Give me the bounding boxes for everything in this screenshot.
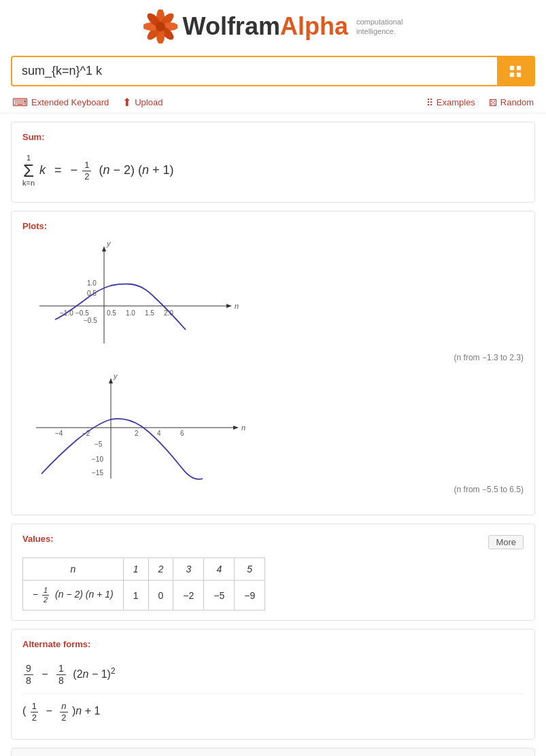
svg-text:−15: −15 [92,469,103,477]
extended-keyboard-label: Extended Keyboard [31,97,109,107]
alt-form-2: ( 1 2 − n 2 )n + 1 [22,694,524,729]
val-5: −9 [235,581,265,611]
val-3: −2 [173,581,204,611]
table-data-row: − 1 2 (n − 2) (n + 1) 1 0 −2 −5 −9 [23,581,265,611]
svg-text:n: n [241,424,245,432]
examples-icon: ⠿ [426,97,433,108]
alternate-forms-section: Alternate forms: 9 8 − 1 8 (2n − 1)2 ( 1… [11,629,535,740]
random-button[interactable]: ⚄ Random [489,97,534,108]
toolbar-right: ⠿ Examples ⚄ Random [426,97,534,108]
expanded-form-section: Expanded form: − n2 2 + n 2 + 1 [11,748,535,756]
wolfram-logo-icon [143,10,177,44]
col-header-5: 5 [235,558,265,581]
col-header-1: 1 [123,558,148,581]
svg-rect-11 [510,72,514,76]
plot1-caption: (n from −1.3 to 2.3) [22,353,524,362]
plot1-container: n y −1.0 −0.5 0.5 1.0 1.5 2.0 1.0 0.5 −0… [22,238,524,362]
upload-button[interactable]: ⬆ Upload [122,96,163,109]
keyboard-icon: ⌨ [12,96,28,109]
svg-marker-16 [102,246,106,252]
svg-text:y: y [113,373,118,380]
plot1: n y −1.0 −0.5 0.5 1.0 1.5 2.0 1.0 0.5 −0… [22,238,288,350]
svg-marker-15 [226,304,232,308]
val-1: 1 [123,581,148,611]
main-content: Sum: 1 Σ k=n k = − 1 2 (n − 2) (n + 1) P… [0,122,546,756]
val-2: 0 [148,581,173,611]
col-header-2: 2 [148,558,173,581]
sum-formula: 1 Σ k=n k = − 1 2 (n − 2) (n + 1) [22,149,524,192]
search-bar [11,56,535,86]
svg-text:−0.5: −0.5 [84,317,97,324]
alt-form-1: 9 8 − 1 8 (2n − 1)2 [22,656,524,694]
random-label: Random [500,97,534,107]
svg-text:−4: −4 [55,430,63,437]
plot2-container: n y −4 −2 2 4 6 −5 −10 −15 (n from −5.5 … [22,373,524,494]
svg-text:4: 4 [157,430,161,437]
plot2-caption: (n from −5.5 to 6.5) [22,485,524,494]
svg-text:y: y [106,239,112,247]
svg-text:0.5: 0.5 [87,290,97,297]
upload-icon: ⬆ [122,96,131,109]
search-input[interactable] [12,57,497,85]
svg-text:2: 2 [135,430,139,437]
svg-text:−5: −5 [95,441,103,448]
extended-keyboard-button[interactable]: ⌨ Extended Keyboard [12,96,109,109]
logo: WolframAlpha computationalintelligence. [143,10,403,44]
svg-text:6: 6 [180,430,184,437]
values-header: Values: More [22,534,524,551]
sum-label: Sum: [22,132,524,142]
svg-marker-30 [233,426,239,430]
val-4: −5 [204,581,235,611]
plots-section: Plots: n y −1.0 −0.5 0.5 1.0 1.5 [11,211,535,515]
svg-rect-12 [517,72,521,76]
svg-text:−0.5: −0.5 [75,309,89,317]
svg-rect-9 [510,65,514,69]
examples-button[interactable]: ⠿ Examples [426,97,475,108]
sum-symbol: 1 Σ k=n [22,154,35,187]
plot2: n y −4 −2 2 4 6 −5 −10 −15 [22,373,288,482]
col-header-n: n [23,558,124,581]
random-icon: ⚄ [489,97,497,108]
svg-marker-31 [109,378,113,383]
svg-text:n: n [235,302,239,310]
toolbar: ⌨ Extended Keyboard ⬆ Upload ⠿ Examples … [0,92,546,114]
values-label: Values: [22,534,54,544]
svg-text:1.0: 1.0 [87,279,97,287]
upload-label: Upload [135,97,163,107]
svg-text:1.5: 1.5 [145,309,154,317]
search-icon [508,64,523,79]
examples-label: Examples [437,97,475,107]
search-button[interactable] [497,57,534,85]
row-formula: − 1 2 (n − 2) (n + 1) [23,581,124,611]
values-section: Values: More n 1 2 3 4 5 − 1 2 [11,523,535,621]
svg-point-8 [156,22,165,31]
svg-rect-10 [517,65,521,69]
more-button[interactable]: More [488,535,524,549]
svg-text:−10: −10 [92,456,103,463]
alternate-forms-label: Alternate forms: [22,639,524,649]
values-table: n 1 2 3 4 5 − 1 2 (n − 2) (n + 1) 1 [22,557,265,611]
svg-text:1.0: 1.0 [126,309,135,317]
logo-subtitle: computationalintelligence. [356,17,403,37]
logo-text: WolframAlpha [183,12,348,41]
sum-section: Sum: 1 Σ k=n k = − 1 2 (n − 2) (n + 1) [11,122,535,203]
col-header-3: 3 [173,558,204,581]
table-header-row: n 1 2 3 4 5 [23,558,265,581]
plots-label: Plots: [22,221,524,231]
header: WolframAlpha computationalintelligence. [0,0,546,50]
svg-text:0.5: 0.5 [107,309,116,317]
col-header-4: 4 [204,558,235,581]
